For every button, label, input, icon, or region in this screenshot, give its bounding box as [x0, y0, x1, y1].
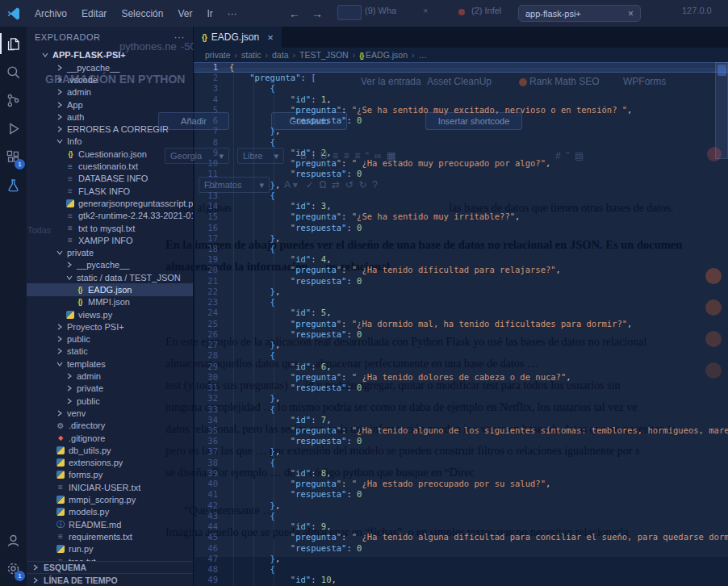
code-line-46[interactable]: "respuesta": 0 [229, 543, 728, 554]
code-line-32[interactable]: }, [229, 393, 728, 404]
test-beaker-icon[interactable] [0, 171, 27, 199]
tree-item-generarjsonpreguntasscript-py[interactable]: generarjsonpreguntasscript.py [27, 197, 193, 209]
tree-item-venv[interactable]: venv [27, 407, 193, 419]
tree-item-static[interactable]: static [27, 345, 193, 358]
search-icon[interactable] [0, 58, 27, 86]
tree-item-templates[interactable]: templates [27, 358, 193, 370]
code-line-30[interactable]: "pregunta": " ¿Ha tenido dolores de cabe… [229, 372, 728, 383]
code-line-39[interactable]: "id": 8, [229, 468, 728, 479]
code-line-7[interactable]: }, [229, 126, 728, 136]
tree-item-requirements-txt[interactable]: ≡requirements.txt [27, 530, 193, 542]
code-line-14[interactable]: "id": 3, [229, 201, 728, 211]
code-line-40[interactable]: "pregunta": " ¿Ha estado preocupado por … [229, 479, 728, 489]
tree-item-cuestionario-json[interactable]: {}Cuestionario.json [27, 148, 193, 160]
tree-item-public[interactable]: public [27, 333, 193, 345]
code-line-24[interactable]: "id": 5, [229, 308, 728, 318]
code-line-11[interactable]: "respuesta": 0 [229, 169, 728, 179]
tree-item-db-utils-py[interactable]: db_utils.py [27, 444, 193, 456]
extensions-icon[interactable]: 1 [0, 143, 27, 171]
menu-ver[interactable]: Ver [172, 6, 198, 22]
explorer-icon[interactable] [0, 30, 27, 58]
code-line-35[interactable]: "pregunta": "¿Ha tenido alguno de los si… [229, 425, 728, 436]
tree-item-static-data-test-json[interactable]: static / data / TEST_JSON [27, 271, 193, 283]
code-line-42[interactable]: }, [229, 500, 728, 511]
tree-item-flask-info[interactable]: ≡FLASK INFO [27, 185, 193, 197]
account-icon[interactable] [0, 526, 27, 555]
menu-editar[interactable]: Editar [76, 6, 112, 22]
close-icon[interactable]: × [628, 8, 634, 19]
code-line-19[interactable]: "id": 4, [229, 254, 728, 265]
menu-item[interactable]: ··· [222, 6, 243, 22]
minimap-slider[interactable] [715, 62, 728, 159]
tree-item-pycache[interactable]: __pycache__ [27, 259, 193, 271]
code-line-37[interactable]: }, [229, 446, 728, 457]
breadcrumb-item-static[interactable]: static [241, 50, 261, 60]
breadcrumb-item-item[interactable]: … [419, 50, 428, 60]
code-line-20[interactable]: "pregunta": " ¿Ha tenido dificultad para… [229, 265, 728, 275]
code-line-6[interactable]: "respuesta": 0 [229, 115, 728, 126]
code-line-49[interactable]: "id": 10, [229, 575, 728, 585]
code-line-22[interactable]: }, [229, 287, 728, 297]
tree-item-gitignore[interactable]: ◆.gitignore [27, 432, 193, 444]
code-line-9[interactable]: "id": 2, [229, 148, 728, 158]
code-line-8[interactable]: { [229, 137, 728, 148]
tree-item-private[interactable]: private [27, 383, 193, 395]
tree-item-forms-py[interactable]: forms.py [27, 469, 193, 481]
tree-item-mmpi-scoring-py[interactable]: mmpi_scoring.py [27, 493, 193, 505]
menu-ir[interactable]: Ir [201, 6, 218, 22]
code-line-27[interactable]: }, [229, 340, 728, 350]
tree-item-views-py[interactable]: views.py [27, 308, 193, 320]
panel-linea-de-tiempo[interactable]: LÍNEA DE TIEMPO [27, 573, 193, 586]
menu-archivo[interactable]: Archivo [29, 6, 73, 22]
code-line-33[interactable]: { [229, 404, 728, 415]
code-line-5[interactable]: "pregunta": "¿Se ha sentido muy excitado… [229, 105, 728, 115]
code-line-26[interactable]: "respuesta": 0 [229, 329, 728, 340]
code-line-48[interactable]: { [229, 564, 728, 575]
code-line-12[interactable]: }, [229, 180, 728, 190]
code-line-4[interactable]: "id": 1, [229, 94, 728, 105]
code-line-31[interactable]: "respuesta": 0 [229, 383, 728, 393]
run-debug-icon[interactable] [0, 115, 27, 143]
tree-item-cuestionario-txt[interactable]: ≡cuestionario.txt [27, 160, 193, 172]
tree-item-private[interactable]: private [27, 246, 193, 258]
tree-item-extensions-py[interactable]: extensions.py [27, 457, 193, 469]
code-line-47[interactable]: }, [229, 554, 728, 564]
tree-item-txt-to-mysql-txt[interactable]: ≡txt to mysql.txt [27, 222, 193, 234]
tree-item-models-py[interactable]: models.py [27, 506, 193, 518]
tree-item-xampp-info[interactable]: ≡XAMPP INFO [27, 234, 193, 246]
tree-item-gtk2-runtime-2-24-33-2021-01-30-ts-win[interactable]: ≡gtk2-runtime-2.24.33-2021-01-30-ts-win… [27, 210, 193, 222]
code-line-29[interactable]: "id": 6, [229, 362, 728, 372]
code-line-38[interactable]: { [229, 458, 728, 468]
code-line-23[interactable]: { [229, 297, 728, 308]
menu-selecci-n[interactable]: Selección [115, 6, 169, 22]
command-center[interactable]: app-flask-psi+ × [518, 5, 641, 22]
tree-item-iniciar-user-txt[interactable]: ≡INICIAR-USER.txt [27, 481, 193, 493]
code-line-41[interactable]: "respuesta": 0 [229, 489, 728, 500]
code-line-34[interactable]: "id": 7, [229, 415, 728, 425]
tree-item-errores-a-corregir[interactable]: ERRORES A CORREGIR [27, 123, 193, 135]
tree-item-readme-md[interactable]: ⓘREADME.md [27, 518, 193, 530]
tree-item-pycache[interactable]: __pycache__ [27, 61, 193, 73]
tree-item-eadg-json[interactable]: {}EADG.json [27, 283, 193, 295]
tree-item-directory[interactable]: ⚙.directory [27, 420, 193, 432]
tree-item-mmpi-json[interactable]: {}MMPI.json [27, 296, 193, 308]
code-line-45[interactable]: "pregunta": " ¿Ha tenido alguna dificult… [229, 532, 728, 542]
code-line-10[interactable]: "pregunta": " ¿Ha estado muy preocupado … [229, 158, 728, 169]
tree-item-database-info[interactable]: ≡DATABASE INFO [27, 173, 193, 185]
tree-item-admin[interactable]: admin [27, 86, 193, 98]
code-line-1[interactable]: { [229, 62, 728, 73]
explorer-more-icon[interactable]: ··· [174, 31, 186, 43]
nav-forward-icon[interactable]: → [312, 7, 323, 20]
code-line-3[interactable]: { [229, 83, 728, 94]
tree-root-app-flask-psi[interactable]: APP-FLASK-PSI+ [27, 48, 193, 61]
tree-item-vscode[interactable]: .vscode [27, 73, 193, 86]
tree-item-auth[interactable]: auth [27, 111, 193, 123]
tree-item-admin[interactable]: admin [27, 370, 193, 382]
tree-item-info[interactable]: Info [27, 136, 193, 148]
code-line-21[interactable]: "respuesta": 0 [229, 276, 728, 287]
breadcrumb-item-data[interactable]: data [272, 50, 288, 60]
tree-item-app[interactable]: App [27, 98, 193, 111]
code-line-13[interactable]: { [229, 190, 728, 201]
breadcrumb-item-test-json[interactable]: TEST_JSON [299, 50, 349, 60]
source-control-icon[interactable] [0, 86, 27, 115]
